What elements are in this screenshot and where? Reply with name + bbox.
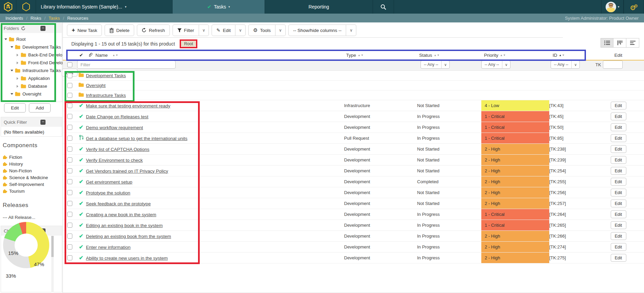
sort-arrows-icon[interactable]: ▲▼ [434, 54, 440, 57]
header-id[interactable]: ID ▲▼ [549, 53, 593, 58]
priority-filter-select[interactable]: -- Any -- ∨ [551, 61, 580, 69]
component-item-fiction[interactable]: Fiction [3, 154, 48, 160]
board-view-button[interactable] [613, 38, 626, 48]
component-item-self-improvement[interactable]: Self-Improvement [3, 181, 48, 188]
all-releases-item[interactable]: --- All Release... [3, 215, 35, 220]
header-type[interactable]: Type ▲▼ [344, 53, 417, 58]
sort-arrows-icon[interactable]: ▲▼ [500, 54, 506, 57]
workspace-hexagon-icon[interactable] [16, 0, 36, 14]
header-status[interactable]: Status ▲▼ [417, 53, 481, 58]
chart-scrollbar[interactable] [51, 236, 54, 292]
row-edit-button[interactable]: Edit [611, 123, 626, 131]
tree-item-database[interactable]: Database [1, 82, 62, 90]
row-edit-button[interactable]: Edit [611, 254, 626, 262]
row-checkbox[interactable] [67, 212, 72, 217]
id-filter-input[interactable] [603, 61, 623, 69]
task-link[interactable]: Creating a new book in the system [86, 212, 156, 217]
edit-dropdown-button[interactable]: ∨ [235, 24, 246, 36]
row-edit-button[interactable]: Edit [611, 102, 626, 109]
sort-arrows-icon[interactable]: ▲▼ [112, 54, 119, 57]
caret-expanded-icon[interactable] [11, 46, 13, 48]
task-link[interactable]: Enter new information [86, 245, 130, 250]
caret-collapsed-icon[interactable] [17, 85, 18, 88]
refresh-button[interactable]: Refresh [137, 24, 169, 36]
header-priority[interactable]: Priority ▲▼ [481, 53, 549, 58]
row-edit-button[interactable]: Edit [611, 156, 626, 164]
sort-arrows-icon[interactable]: ▲▼ [559, 54, 565, 57]
component-item-science-medicine[interactable]: Science & Medicine [3, 174, 48, 181]
row-checkbox[interactable] [67, 201, 72, 206]
row-checkbox[interactable] [67, 190, 72, 195]
sort-arrows-icon[interactable]: ▲▼ [358, 54, 364, 57]
tree-item-infrastructure-tasks[interactable]: Infrastructure Tasks [1, 67, 62, 74]
admin-settings-button[interactable]: ⚙⚙ [624, 0, 644, 14]
tab-tasks[interactable]: ✔ Tasks ▾ [173, 0, 265, 14]
task-link[interactable]: Verify Environment to check [86, 158, 143, 163]
task-link[interactable]: Get Vendors trained on IT Privacy Policy [86, 169, 168, 174]
row-checkbox[interactable] [67, 223, 72, 228]
tools-dropdown-button[interactable]: ∨ [275, 24, 286, 36]
row-edit-button[interactable]: Edit [611, 210, 626, 218]
row-checkbox[interactable] [67, 146, 72, 152]
row-checkbox[interactable] [67, 73, 72, 78]
caret-expanded-icon[interactable] [11, 93, 13, 95]
row-checkbox[interactable] [67, 234, 72, 239]
row-edit-button[interactable]: Edit [611, 221, 626, 229]
row-checkbox[interactable] [67, 83, 72, 88]
root-folder-badge[interactable]: Root [181, 41, 196, 47]
filter-button[interactable]: Filter [173, 24, 199, 36]
breadcrumb-item-incidents[interactable]: Incidents [5, 16, 23, 21]
row-checkbox[interactable] [67, 255, 72, 260]
product-selector[interactable]: Library Information System (Sample)... ▾ [36, 0, 173, 14]
status-filter-select[interactable]: -- Any -- ∨ [481, 61, 511, 69]
tree-item-oversight[interactable]: Oversight [1, 90, 62, 98]
task-link[interactable]: Deleting an existing book from the syste… [86, 234, 171, 239]
tree-item-root[interactable]: Root [1, 35, 62, 43]
edit-button[interactable]: ✎ Edit [212, 24, 235, 36]
tree-item-development-tasks[interactable]: Development Tasks [1, 43, 62, 51]
row-edit-button[interactable]: Edit [611, 178, 626, 186]
new-task-button[interactable]: + New Task [67, 24, 102, 36]
row-checkbox[interactable] [67, 179, 72, 184]
folder-link[interactable]: Oversight [86, 83, 106, 88]
show-hide-columns-dropdown-button[interactable]: ∨ [346, 24, 356, 36]
rows-view-button[interactable] [626, 38, 639, 48]
filter-dropdown-button[interactable]: ∨ [199, 24, 209, 36]
select-all-checkbox[interactable] [67, 62, 72, 67]
row-edit-button[interactable]: Edit [611, 167, 626, 175]
caret-collapsed-icon[interactable] [17, 77, 18, 80]
caret-collapsed-icon[interactable] [17, 62, 18, 64]
row-checkbox[interactable] [67, 157, 72, 162]
component-item-history[interactable]: History [3, 160, 48, 167]
row-edit-button[interactable]: Edit [611, 200, 626, 207]
row-edit-button[interactable]: Edit [611, 145, 626, 153]
row-edit-button[interactable]: Edit [611, 243, 626, 251]
app-logo-icon[interactable] [0, 0, 16, 14]
list-view-button[interactable] [601, 38, 613, 48]
caret-expanded-icon[interactable] [4, 38, 7, 40]
task-link[interactable]: Make sure that testing environment ready [86, 103, 170, 108]
tree-item-front-end-develop[interactable]: Front-End Develop [1, 59, 62, 67]
row-checkbox[interactable] [67, 103, 72, 108]
breadcrumb-item-resources[interactable]: Resources [67, 16, 88, 21]
row-edit-button[interactable]: Edit [611, 113, 626, 120]
component-item-tourism[interactable]: Tourism [3, 188, 48, 194]
row-checkbox[interactable] [67, 93, 72, 98]
folder-link[interactable]: Infrastructure Tasks [86, 93, 126, 98]
row-checkbox[interactable] [67, 125, 72, 130]
task-link[interactable]: Demo workflow requirement [86, 125, 143, 130]
tree-item-application[interactable]: Application [1, 74, 62, 82]
folder-edit-button[interactable]: Edit [4, 103, 26, 113]
tools-button[interactable]: ⚙ Tools [248, 24, 275, 36]
task-link[interactable]: Editing an existing book in the system [86, 223, 163, 228]
breadcrumb-item-risks[interactable]: Risks [31, 16, 41, 21]
task-link[interactable]: Get a database setup to get the internat… [86, 136, 187, 141]
task-link[interactable]: Date Change on Releases test [86, 114, 148, 119]
row-edit-button[interactable]: Edit [611, 134, 626, 142]
caret-expanded-icon[interactable] [11, 70, 13, 71]
scrollbar-thumb[interactable] [51, 236, 54, 257]
caret-collapsed-icon[interactable] [17, 54, 18, 56]
header-name[interactable]: Name ▲▼ [86, 53, 344, 58]
folder-add-button[interactable]: Add [29, 103, 51, 113]
breadcrumb-item-tasks[interactable]: Tasks [49, 16, 60, 21]
